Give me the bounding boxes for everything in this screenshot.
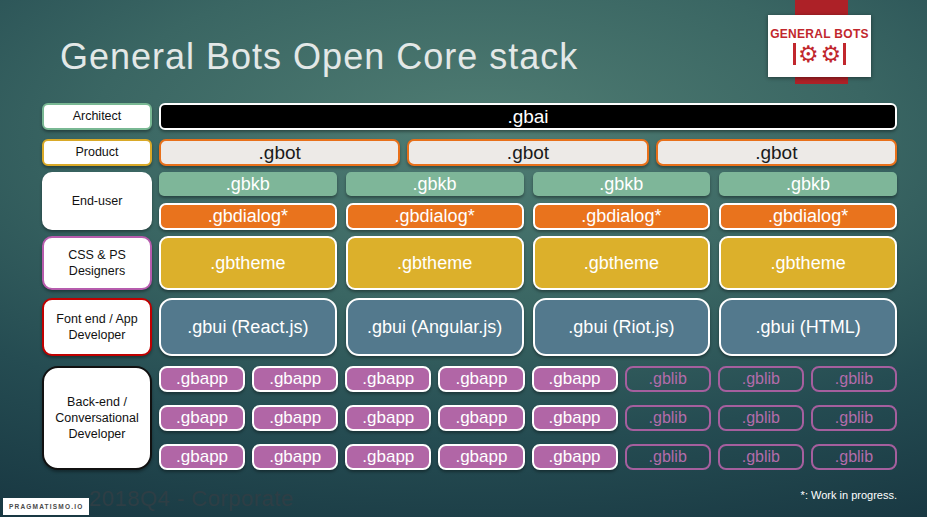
gear-icon: ⚙ bbox=[821, 43, 842, 66]
gear-icon: ⚙ bbox=[798, 43, 819, 66]
gbapp-box: .gbapp bbox=[438, 444, 524, 470]
gblib-box: .gblib bbox=[811, 405, 897, 431]
gbtheme-box: .gbtheme bbox=[719, 236, 897, 290]
gbapp-box: .gbapp bbox=[438, 405, 524, 431]
gbapp-box: .gbapp bbox=[532, 366, 618, 392]
backend-columns: .gbapp .gbapp .gbapp .gbapp .gbapp .gbli… bbox=[159, 366, 897, 470]
row-label-backend: Back-end / Conversational Developer bbox=[42, 366, 152, 470]
gbui-row: .gbui (React.js) .gbui (Angular.js) .gbu… bbox=[159, 298, 897, 356]
pragmatismo-brand-badge: PRAGMATISMO.IO bbox=[3, 498, 89, 515]
row-designers: CSS & PS Designers .gbtheme .gbtheme .gb… bbox=[42, 236, 897, 290]
gear-bar-icon bbox=[843, 43, 846, 65]
gbot-box: .gbot bbox=[656, 139, 897, 166]
gbdialog-box: .gbdialog* bbox=[346, 203, 524, 230]
gbdialog-box: .gbdialog* bbox=[159, 203, 337, 230]
gbot-box: .gbot bbox=[407, 139, 648, 166]
row-label-product: Product bbox=[42, 139, 152, 166]
gbapp-box: .gbapp bbox=[345, 366, 431, 392]
gbtheme-box: .gbtheme bbox=[533, 236, 711, 290]
row-architect: Architect .gbai bbox=[42, 103, 897, 130]
gblib-box: .gblib bbox=[718, 405, 804, 431]
stack-diagram: Architect .gbai Product .gbot .gbot .gbo… bbox=[42, 103, 897, 470]
slide: General Bots Open Core stack GENERAL BOT… bbox=[0, 0, 927, 517]
row-label-enduser: End-user bbox=[42, 172, 152, 230]
gblib-box: .gblib bbox=[718, 444, 804, 470]
gbkb-box: .gbkb bbox=[159, 172, 337, 196]
gbkb-box: .gbkb bbox=[346, 172, 524, 196]
gblib-box: .gblib bbox=[625, 405, 711, 431]
work-in-progress-note: *: Work in progress. bbox=[801, 489, 897, 501]
gblib-box: .gblib bbox=[718, 366, 804, 392]
gear-bar-icon bbox=[793, 43, 796, 65]
gbapp-box: .gbapp bbox=[532, 444, 618, 470]
footer-caption: 2018Q4 - Corporate bbox=[89, 486, 294, 512]
gbapp-box: .gbapp bbox=[438, 366, 524, 392]
gbui-box: .gbui (React.js) bbox=[159, 298, 337, 356]
gears-icon: ⚙⚙ bbox=[793, 43, 846, 66]
gbapp-row: .gbapp .gbapp .gbapp .gbapp .gbapp .gbli… bbox=[159, 366, 897, 392]
gbkb-row: .gbkb .gbkb .gbkb .gbkb bbox=[159, 172, 897, 196]
gblib-box: .gblib bbox=[625, 444, 711, 470]
gbdialog-box: .gbdialog* bbox=[719, 203, 897, 230]
gblib-box: .gblib bbox=[625, 366, 711, 392]
gbtheme-row: .gbtheme .gbtheme .gbtheme .gbtheme bbox=[159, 236, 897, 290]
logo: GENERAL BOTS ⚙⚙ bbox=[768, 15, 871, 77]
gbot-box: .gbot bbox=[159, 139, 400, 166]
row-label-architect: Architect bbox=[42, 103, 152, 130]
gbapp-box: .gbapp bbox=[252, 444, 338, 470]
gbapp-row: .gbapp .gbapp .gbapp .gbapp .gbapp .gbli… bbox=[159, 444, 897, 470]
gbapp-row: .gbapp .gbapp .gbapp .gbapp .gbapp .gbli… bbox=[159, 405, 897, 431]
row-label-frontend: Font end / App Developer bbox=[42, 298, 152, 356]
gbdialog-row: .gbdialog* .gbdialog* .gbdialog* .gbdial… bbox=[159, 203, 897, 230]
gbapp-box: .gbapp bbox=[159, 405, 245, 431]
gbkb-box: .gbkb bbox=[533, 172, 711, 196]
row-product: Product .gbot .gbot .gbot bbox=[42, 139, 897, 166]
gbtheme-box: .gbtheme bbox=[159, 236, 337, 290]
gblib-box: .gblib bbox=[811, 444, 897, 470]
gbai-bar: .gbai bbox=[159, 103, 897, 130]
gbapp-box: .gbapp bbox=[345, 444, 431, 470]
row-label-designers: CSS & PS Designers bbox=[42, 236, 152, 290]
row-frontend: Font end / App Developer .gbui (React.js… bbox=[42, 298, 897, 356]
gbapp-box: .gbapp bbox=[345, 405, 431, 431]
gbapp-box: .gbapp bbox=[532, 405, 618, 431]
row-group-backend: Back-end / Conversational Developer .gba… bbox=[42, 366, 897, 470]
gbui-box: .gbui (HTML) bbox=[719, 298, 897, 356]
gbapp-box: .gbapp bbox=[159, 444, 245, 470]
gbapp-box: .gbapp bbox=[252, 366, 338, 392]
row-group-enduser: End-user .gbkb .gbkb .gbkb .gbkb .gbdial… bbox=[42, 172, 897, 230]
gbapp-box: .gbapp bbox=[252, 405, 338, 431]
enduser-columns: .gbkb .gbkb .gbkb .gbkb .gbdialog* .gbdi… bbox=[159, 172, 897, 230]
logo-brand-text: GENERAL BOTS bbox=[770, 27, 869, 41]
gbtheme-box: .gbtheme bbox=[346, 236, 524, 290]
gbapp-box: .gbapp bbox=[159, 366, 245, 392]
gbdialog-box: .gbdialog* bbox=[533, 203, 711, 230]
gblib-box: .gblib bbox=[811, 366, 897, 392]
gbkb-box: .gbkb bbox=[719, 172, 897, 196]
gbui-box: .gbui (Angular.js) bbox=[346, 298, 524, 356]
gbui-box: .gbui (Riot.js) bbox=[533, 298, 711, 356]
page-title: General Bots Open Core stack bbox=[60, 36, 578, 78]
